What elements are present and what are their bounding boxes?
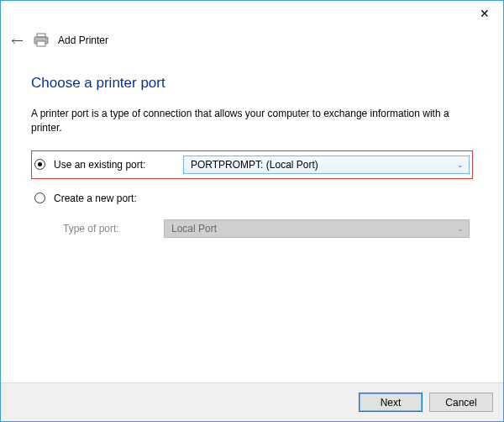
back-button[interactable]: 🡐	[11, 34, 24, 47]
next-button[interactable]: Next	[359, 393, 423, 412]
radio-create-new-label: Create a new port:	[54, 193, 180, 204]
port-type-selected: Local Port	[171, 223, 217, 235]
footer: Next Cancel	[1, 382, 503, 421]
svg-rect-2	[37, 41, 45, 46]
back-arrow-icon: 🡐	[11, 34, 24, 48]
header-row: 🡐 Add Printer	[1, 26, 503, 51]
close-icon: ✕	[480, 7, 490, 20]
existing-port-dropdown[interactable]: PORTPROMPT: (Local Port) ⌄	[183, 156, 470, 174]
svg-point-3	[45, 38, 47, 40]
wizard-title: Add Printer	[58, 34, 108, 46]
port-type-label: Type of port:	[34, 223, 160, 235]
add-printer-wizard-window: ✕ 🡐 Add Printer Choose a printer port A …	[0, 0, 504, 422]
content-area: Choose a printer port A printer port is …	[1, 51, 503, 382]
option-create-new-port[interactable]: Create a new port:	[31, 187, 473, 209]
radio-create-new[interactable]	[34, 193, 45, 203]
port-type-dropdown: Local Port ⌄	[164, 219, 470, 238]
close-button[interactable]: ✕	[466, 1, 503, 26]
chevron-down-icon: ⌄	[457, 161, 464, 169]
page-description: A printer port is a type of connection t…	[31, 107, 473, 135]
page-heading: Choose a printer port	[31, 75, 473, 92]
option-use-existing-port[interactable]: Use an existing port: PORTPROMPT: (Local…	[31, 150, 473, 179]
printer-icon	[33, 33, 50, 48]
radio-use-existing[interactable]	[34, 159, 45, 170]
titlebar: ✕	[1, 1, 503, 26]
radio-use-existing-label: Use an existing port:	[54, 159, 180, 171]
cancel-button[interactable]: Cancel	[429, 393, 493, 412]
svg-rect-0	[37, 34, 45, 37]
chevron-down-icon: ⌄	[457, 224, 464, 233]
port-type-row: Type of port: Local Port ⌄	[31, 214, 473, 243]
existing-port-selected: PORTPROMPT: (Local Port)	[191, 159, 318, 171]
